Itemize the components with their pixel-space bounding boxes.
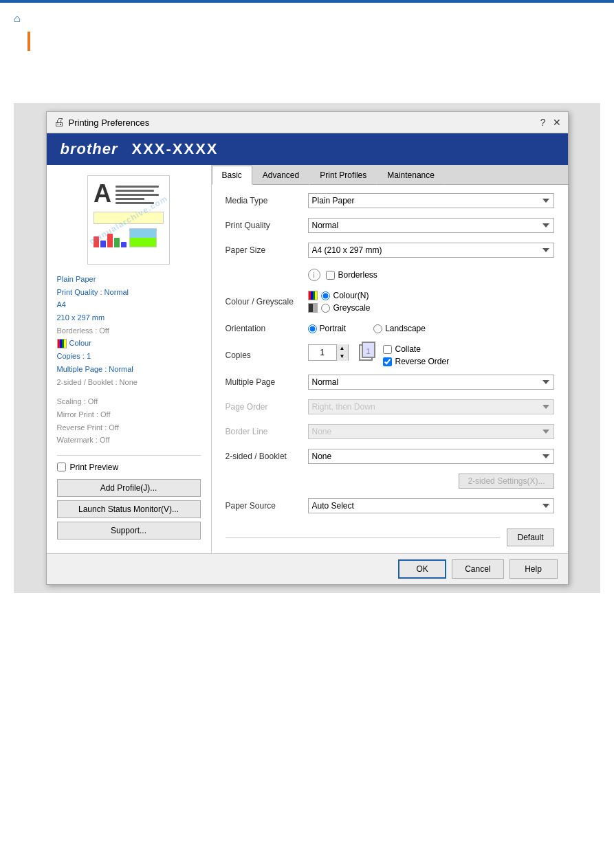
preview-text-lines bbox=[116, 186, 164, 204]
orientation-row: Orientation Portrait Landscape bbox=[226, 320, 554, 337]
landscape-label[interactable]: Landscape bbox=[385, 324, 426, 333]
home-icon[interactable]: ⌂ bbox=[14, 12, 21, 25]
tab-advanced[interactable]: Advanced bbox=[252, 166, 309, 185]
greyscale-option-row: Greyscale bbox=[308, 303, 371, 313]
default-button[interactable]: Default bbox=[507, 528, 553, 546]
colour-option-row: Colour(N) bbox=[308, 291, 371, 300]
left-bottom-section: Print Preview Add Profile(J)... Launch S… bbox=[57, 455, 201, 539]
reverse-order-checkbox[interactable] bbox=[383, 357, 392, 366]
info-reverse-print: Reverse Print : Off bbox=[57, 421, 201, 434]
multiple-page-label: Multiple Page bbox=[226, 377, 308, 387]
greyscale-icon bbox=[308, 303, 318, 313]
bar-3 bbox=[107, 234, 113, 247]
info-print-quality: Print Quality : Normal bbox=[57, 286, 201, 299]
collate-label[interactable]: Collate bbox=[395, 344, 421, 354]
cancel-button[interactable]: Cancel bbox=[452, 559, 503, 579]
copies-increment-button[interactable]: ▲ bbox=[337, 344, 348, 353]
orientation-label: Orientation bbox=[226, 324, 308, 333]
copies-decrement-button[interactable]: ▼ bbox=[337, 353, 348, 361]
print-preview-checkbox[interactable] bbox=[57, 463, 66, 471]
colour-option-label[interactable]: Colour(N) bbox=[333, 291, 369, 300]
titlebar-left: 🖨 Printing Preferences bbox=[54, 116, 150, 129]
info-colour: Colour bbox=[69, 337, 91, 350]
page-order-select[interactable]: Right, then Down bbox=[308, 399, 554, 414]
portrait-label[interactable]: Portrait bbox=[320, 324, 347, 333]
dialog-content: A bbox=[47, 165, 568, 553]
info-scaling: Scaling : Off bbox=[57, 395, 201, 408]
paper-size-control: A4 (210 x 297 mm) bbox=[308, 243, 554, 258]
preview-line-5 bbox=[116, 202, 154, 204]
two-sided-settings-button[interactable]: 2-sided Settings(X)... bbox=[459, 474, 553, 489]
ok-button[interactable]: OK bbox=[398, 559, 446, 579]
tabs-bar: Basic Advanced Print Profiles Maintenanc… bbox=[212, 165, 568, 185]
media-type-row: Media Type Plain Paper bbox=[226, 192, 554, 210]
media-type-label: Media Type bbox=[226, 196, 308, 205]
launch-status-monitor-button[interactable]: Launch Status Monitor(V)... bbox=[57, 500, 201, 518]
close-button[interactable]: ✕ bbox=[553, 117, 561, 128]
print-preview-label[interactable]: Print Preview bbox=[70, 463, 119, 472]
print-quality-select[interactable]: Normal bbox=[308, 218, 554, 233]
footer-right: OK Cancel Help bbox=[398, 559, 557, 579]
preview-bar-chart bbox=[94, 234, 127, 247]
greyscale-radio[interactable] bbox=[321, 304, 330, 313]
multiple-page-row: Multiple Page Normal bbox=[226, 373, 554, 391]
reverse-order-label[interactable]: Reverse Order bbox=[395, 357, 450, 366]
paper-source-control: Auto Select bbox=[308, 498, 554, 513]
info-mirror-print: Mirror Print : Off bbox=[57, 408, 201, 421]
info-icon[interactable]: i bbox=[308, 269, 320, 281]
brother-logo: brother bbox=[61, 140, 118, 158]
collate-row: Collate bbox=[383, 344, 450, 354]
preview-landscape-image bbox=[129, 228, 157, 247]
multiple-page-control: Normal bbox=[308, 375, 554, 390]
info-text-block: Plain Paper Print Quality : Normal A4 21… bbox=[57, 273, 201, 388]
copies-input[interactable] bbox=[309, 348, 336, 357]
paper-size-row: Paper Size A4 (210 x 297 mm) bbox=[226, 241, 554, 259]
copies-label: Copies bbox=[226, 350, 308, 360]
borderless-label[interactable]: Borderless bbox=[338, 270, 377, 280]
dialog-title: Printing Preferences bbox=[69, 118, 150, 128]
tab-basic[interactable]: Basic bbox=[212, 166, 252, 185]
info-dimensions: 210 x 297 mm bbox=[57, 311, 201, 324]
info-watermark: Watermark : Off bbox=[57, 434, 201, 447]
colour-icon bbox=[308, 291, 318, 300]
border-line-control: None bbox=[308, 424, 554, 439]
page-order-control: Right, then Down bbox=[308, 399, 554, 414]
printer-icon: 🖨 bbox=[54, 116, 65, 129]
support-button[interactable]: Support... bbox=[57, 522, 201, 539]
orientation-control: Portrait Landscape bbox=[308, 324, 554, 333]
help-footer-button[interactable]: Help bbox=[509, 559, 558, 579]
paper-size-select[interactable]: A4 (210 x 297 mm) bbox=[308, 243, 554, 258]
two-sided-row: 2-sided / Booklet None bbox=[226, 447, 554, 465]
paper-source-select[interactable]: Auto Select bbox=[308, 498, 554, 513]
page-order-label: Page Order bbox=[226, 402, 308, 412]
info-a4: A4 bbox=[57, 298, 201, 311]
border-line-select[interactable]: None bbox=[308, 424, 554, 439]
landscape-radio[interactable] bbox=[373, 324, 382, 333]
media-type-control: Plain Paper bbox=[308, 193, 554, 208]
colour-control: Colour(N) Greyscale bbox=[308, 291, 554, 313]
paper-size-label: Paper Size bbox=[226, 245, 308, 255]
greyscale-option-label[interactable]: Greyscale bbox=[333, 303, 371, 313]
two-sided-select[interactable]: None bbox=[308, 449, 554, 464]
portrait-radio[interactable] bbox=[308, 324, 317, 333]
orientation-options: Portrait Landscape bbox=[308, 324, 554, 333]
help-titlebar-button[interactable]: ? bbox=[540, 117, 546, 128]
collate-checkbox[interactable] bbox=[383, 345, 392, 354]
tab-maintenance[interactable]: Maintenance bbox=[377, 166, 445, 185]
preview-letter-a: A bbox=[94, 181, 111, 206]
multiple-page-select[interactable]: Normal bbox=[308, 375, 554, 390]
section-gap-1 bbox=[57, 388, 201, 395]
borderless-checkbox[interactable] bbox=[326, 271, 335, 280]
paper-source-label: Paper Source bbox=[226, 501, 308, 511]
copies-area: ▲ ▼ 2 1 bbox=[308, 344, 554, 366]
right-footer-row: Default bbox=[212, 525, 568, 553]
copies-row: Copies ▲ ▼ bbox=[226, 344, 554, 366]
media-type-select[interactable]: Plain Paper bbox=[308, 193, 554, 208]
colour-radio[interactable] bbox=[321, 291, 330, 300]
add-profile-button[interactable]: Add Profile(J)... bbox=[57, 479, 201, 497]
landscape-option: Landscape bbox=[373, 324, 426, 333]
copies-input-group: ▲ ▼ bbox=[308, 344, 349, 361]
tab-print-profiles[interactable]: Print Profiles bbox=[309, 166, 377, 185]
preview-yellow-band bbox=[94, 212, 164, 224]
dialog-titlebar: 🖨 Printing Preferences ? ✕ bbox=[47, 112, 568, 133]
